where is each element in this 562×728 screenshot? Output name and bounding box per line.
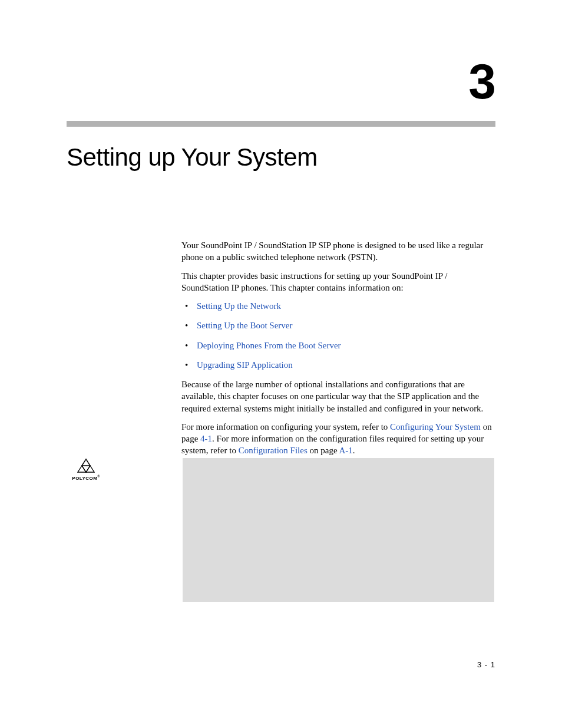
paragraph-after-bullets: Because of the large number of optional … <box>181 378 495 414</box>
page-ref-4-1[interactable]: 4-1 <box>200 434 212 443</box>
chapter-number: 3 <box>67 53 495 110</box>
polycom-logo: POLYCOM® <box>68 458 104 481</box>
topic-list: Setting Up the Network Setting Up the Bo… <box>181 300 495 371</box>
list-item: Setting Up the Network <box>181 300 495 312</box>
list-item: Upgrading SIP Application <box>181 359 495 371</box>
link-upgrading-sip[interactable]: Upgrading SIP Application <box>197 360 293 370</box>
link-setting-up-network[interactable]: Setting Up the Network <box>197 301 281 311</box>
paragraph-more-info: For more information on configuring your… <box>181 421 495 457</box>
polycom-logo-icon <box>77 458 95 473</box>
link-deploying-phones[interactable]: Deploying Phones From the Boot Server <box>197 341 341 350</box>
paragraph-intro-2: This chapter provides basic instructions… <box>181 270 495 294</box>
list-item: Deploying Phones From the Boot Server <box>181 340 495 351</box>
callout-box <box>183 458 494 602</box>
svg-marker-1 <box>78 466 86 472</box>
text-prefix: For more information on configuring your… <box>181 422 390 431</box>
link-setting-up-boot-server[interactable]: Setting Up the Boot Server <box>197 321 292 330</box>
list-item: Setting Up the Boot Server <box>181 319 495 331</box>
svg-marker-2 <box>86 466 94 472</box>
body-content: Your SoundPoint IP / SoundStation IP SIP… <box>181 239 495 457</box>
text-mid3: on page <box>308 446 339 455</box>
polycom-logo-text: POLYCOM® <box>68 475 104 481</box>
divider-rule <box>67 121 495 127</box>
page-number: 3 - 1 <box>477 660 495 669</box>
link-configuring-your-system[interactable]: Configuring Your System <box>390 422 481 431</box>
svg-marker-0 <box>82 459 90 466</box>
text-suffix: . <box>353 446 355 455</box>
link-configuration-files[interactable]: Configuration Files <box>239 446 308 455</box>
chapter-title: Setting up Your System <box>67 143 495 172</box>
page-ref-a-1[interactable]: A-1 <box>339 446 352 455</box>
paragraph-intro-1: Your SoundPoint IP / SoundStation IP SIP… <box>181 239 495 263</box>
